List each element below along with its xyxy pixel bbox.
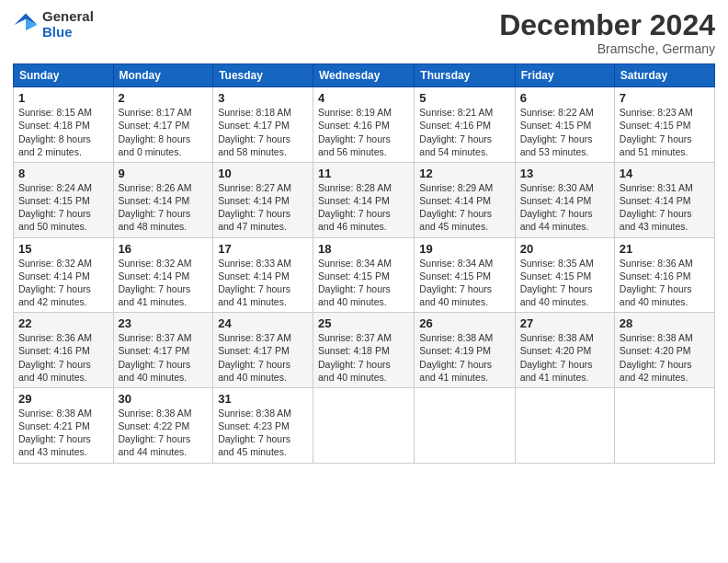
day-number: 26: [419, 316, 509, 330]
calendar-cell: 16Sunrise: 8:32 AMSunset: 4:14 PMDayligh…: [113, 237, 213, 313]
day-info: Sunrise: 8:30 AMSunset: 4:14 PMDaylight:…: [520, 181, 609, 234]
calendar-cell: [515, 387, 614, 463]
day-number: 30: [119, 392, 209, 406]
day-info: Sunrise: 8:35 AMSunset: 4:15 PMDaylight:…: [520, 257, 609, 309]
day-number: 1: [18, 91, 108, 105]
calendar-cell: 9Sunrise: 8:26 AMSunset: 4:14 PMDaylight…: [113, 162, 213, 237]
calendar-table: SundayMondayTuesdayWednesdayThursdayFrid…: [13, 63, 715, 463]
calendar-cell: 7Sunrise: 8:23 AMSunset: 4:15 PMDaylight…: [614, 87, 714, 163]
calendar-cell: 29Sunrise: 8:38 AMSunset: 4:21 PMDayligh…: [14, 387, 114, 463]
calendar-week-row: 22Sunrise: 8:36 AMSunset: 4:16 PMDayligh…: [14, 313, 715, 388]
day-info: Sunrise: 8:34 AMSunset: 4:15 PMDaylight:…: [419, 257, 509, 309]
day-info: Sunrise: 8:34 AMSunset: 4:15 PMDaylight:…: [318, 257, 409, 309]
day-info: Sunrise: 8:37 AMSunset: 4:17 PMDaylight:…: [218, 331, 308, 384]
day-info: Sunrise: 8:36 AMSunset: 4:16 PMDaylight:…: [620, 257, 710, 309]
calendar-cell: 17Sunrise: 8:33 AMSunset: 4:14 PMDayligh…: [213, 237, 313, 313]
day-info: Sunrise: 8:19 AMSunset: 4:16 PMDaylight:…: [318, 106, 409, 158]
calendar-cell: 5Sunrise: 8:21 AMSunset: 4:16 PMDaylight…: [415, 87, 515, 163]
calendar-cell: [415, 387, 515, 463]
day-info: Sunrise: 8:27 AMSunset: 4:14 PMDaylight:…: [218, 181, 308, 234]
calendar-cell: 1Sunrise: 8:15 AMSunset: 4:18 PMDaylight…: [14, 87, 114, 163]
day-number: 8: [18, 167, 108, 180]
calendar-cell: [313, 387, 415, 463]
logo-general: General: [42, 9, 94, 25]
day-info: Sunrise: 8:29 AMSunset: 4:14 PMDaylight:…: [419, 181, 509, 234]
day-number: 27: [520, 316, 609, 330]
day-number: 21: [620, 242, 710, 256]
day-of-week-header: Monday: [113, 64, 213, 87]
day-info: Sunrise: 8:21 AMSunset: 4:16 PMDaylight:…: [419, 106, 509, 158]
day-number: 13: [520, 167, 609, 180]
day-info: Sunrise: 8:37 AMSunset: 4:18 PMDaylight:…: [318, 331, 409, 384]
day-info: Sunrise: 8:31 AMSunset: 4:14 PMDaylight:…: [620, 181, 710, 234]
calendar-cell: 18Sunrise: 8:34 AMSunset: 4:15 PMDayligh…: [313, 237, 415, 313]
day-info: Sunrise: 8:28 AMSunset: 4:14 PMDaylight:…: [318, 181, 409, 234]
day-number: 12: [419, 167, 509, 180]
day-number: 24: [218, 316, 308, 330]
day-number: 11: [318, 167, 409, 180]
calendar-cell: 4Sunrise: 8:19 AMSunset: 4:16 PMDaylight…: [313, 87, 415, 163]
day-number: 29: [18, 392, 108, 406]
calendar-header: SundayMondayTuesdayWednesdayThursdayFrid…: [14, 64, 715, 87]
day-info: Sunrise: 8:18 AMSunset: 4:17 PMDaylight:…: [218, 106, 308, 158]
day-number: 28: [620, 316, 710, 330]
calendar-cell: 23Sunrise: 8:37 AMSunset: 4:17 PMDayligh…: [113, 313, 213, 388]
calendar-week-row: 1Sunrise: 8:15 AMSunset: 4:18 PMDaylight…: [14, 87, 715, 163]
calendar-cell: 19Sunrise: 8:34 AMSunset: 4:15 PMDayligh…: [415, 237, 515, 313]
day-info: Sunrise: 8:32 AMSunset: 4:14 PMDaylight:…: [18, 257, 108, 309]
day-number: 15: [18, 242, 108, 256]
day-info: Sunrise: 8:38 AMSunset: 4:19 PMDaylight:…: [419, 331, 509, 384]
day-number: 17: [218, 242, 308, 256]
calendar-cell: 13Sunrise: 8:30 AMSunset: 4:14 PMDayligh…: [515, 162, 614, 237]
day-info: Sunrise: 8:36 AMSunset: 4:16 PMDaylight:…: [18, 331, 108, 384]
day-number: 25: [318, 316, 409, 330]
calendar-cell: 28Sunrise: 8:38 AMSunset: 4:20 PMDayligh…: [614, 313, 714, 388]
calendar-cell: 14Sunrise: 8:31 AMSunset: 4:14 PMDayligh…: [614, 162, 714, 237]
day-info: Sunrise: 8:26 AMSunset: 4:14 PMDaylight:…: [119, 181, 209, 234]
day-info: Sunrise: 8:23 AMSunset: 4:15 PMDaylight:…: [620, 106, 710, 158]
day-number: 7: [620, 91, 710, 105]
calendar-cell: 12Sunrise: 8:29 AMSunset: 4:14 PMDayligh…: [415, 162, 515, 237]
day-info: Sunrise: 8:38 AMSunset: 4:23 PMDaylight:…: [218, 407, 308, 459]
day-of-week-header: Wednesday: [313, 64, 415, 87]
day-of-week-header: Tuesday: [213, 64, 313, 87]
day-of-week-header: Saturday: [614, 64, 714, 87]
day-info: Sunrise: 8:38 AMSunset: 4:22 PMDaylight:…: [119, 407, 209, 459]
day-number: 22: [18, 316, 108, 330]
subtitle: Bramsche, Germany: [499, 41, 715, 56]
day-number: 31: [218, 392, 308, 406]
day-number: 5: [419, 91, 509, 105]
logo: General Blue: [13, 9, 94, 40]
day-number: 3: [218, 91, 308, 105]
days-of-week-row: SundayMondayTuesdayWednesdayThursdayFrid…: [14, 64, 715, 87]
calendar-cell: 31Sunrise: 8:38 AMSunset: 4:23 PMDayligh…: [213, 387, 313, 463]
logo-blue: Blue: [42, 25, 94, 40]
calendar-cell: 21Sunrise: 8:36 AMSunset: 4:16 PMDayligh…: [614, 237, 714, 313]
day-number: 6: [520, 91, 609, 105]
page: General Blue December 2024 Bramsche, Ger…: [0, 0, 728, 563]
calendar-body: 1Sunrise: 8:15 AMSunset: 4:18 PMDaylight…: [14, 87, 715, 463]
day-info: Sunrise: 8:22 AMSunset: 4:15 PMDaylight:…: [520, 106, 609, 158]
calendar-cell: 30Sunrise: 8:38 AMSunset: 4:22 PMDayligh…: [113, 387, 213, 463]
day-of-week-header: Friday: [515, 64, 614, 87]
day-info: Sunrise: 8:38 AMSunset: 4:21 PMDaylight:…: [18, 407, 108, 459]
day-number: 20: [520, 242, 609, 256]
calendar-cell: 6Sunrise: 8:22 AMSunset: 4:15 PMDaylight…: [515, 87, 614, 163]
calendar-cell: 11Sunrise: 8:28 AMSunset: 4:14 PMDayligh…: [313, 162, 415, 237]
day-number: 19: [419, 242, 509, 256]
calendar-cell: 25Sunrise: 8:37 AMSunset: 4:18 PMDayligh…: [313, 313, 415, 388]
day-info: Sunrise: 8:38 AMSunset: 4:20 PMDaylight:…: [520, 331, 609, 384]
day-info: Sunrise: 8:37 AMSunset: 4:17 PMDaylight:…: [119, 331, 209, 384]
title-block: December 2024 Bramsche, Germany: [499, 9, 715, 56]
day-number: 2: [119, 91, 209, 105]
day-info: Sunrise: 8:33 AMSunset: 4:14 PMDaylight:…: [218, 257, 308, 309]
header: General Blue December 2024 Bramsche, Ger…: [13, 9, 715, 56]
calendar-cell: 3Sunrise: 8:18 AMSunset: 4:17 PMDaylight…: [213, 87, 313, 163]
day-number: 9: [119, 167, 209, 180]
calendar-cell: 2Sunrise: 8:17 AMSunset: 4:17 PMDaylight…: [113, 87, 213, 163]
day-number: 23: [119, 316, 209, 330]
calendar-cell: [614, 387, 714, 463]
day-number: 4: [318, 91, 409, 105]
main-title: December 2024: [499, 9, 715, 41]
day-info: Sunrise: 8:24 AMSunset: 4:15 PMDaylight:…: [18, 181, 108, 234]
